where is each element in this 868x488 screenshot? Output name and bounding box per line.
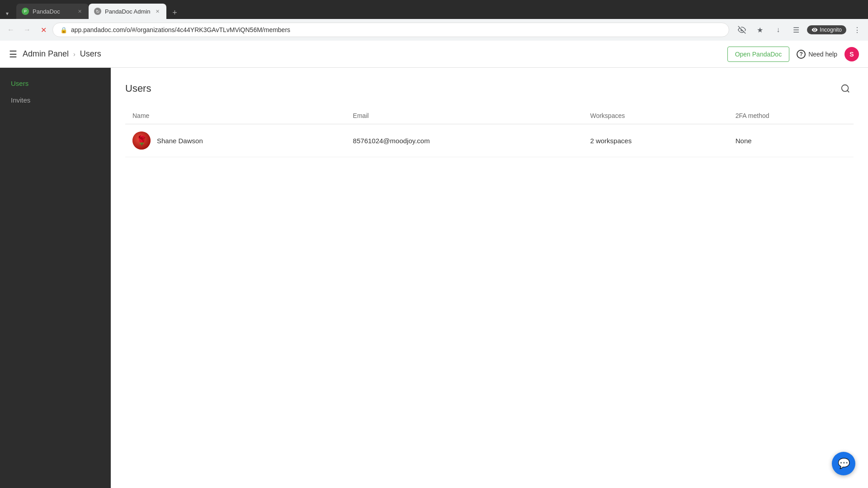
content-area: Users Name Email Workspaces 2FA method (111, 68, 868, 488)
tab-pandadoc-admin[interactable]: ↻ PandaDoc Admin ✕ (89, 4, 166, 19)
more-button[interactable]: ⋮ (850, 23, 864, 37)
tab-pandadoc-admin-close[interactable]: ✕ (154, 8, 161, 15)
sidebarview-button[interactable]: ☰ (789, 23, 803, 37)
user-twofa-cell: None (728, 124, 854, 157)
users-table: Name Email Workspaces 2FA method (125, 108, 854, 157)
user-avatar[interactable]: S (844, 47, 859, 61)
admin-panel-title: Admin Panel (23, 49, 69, 59)
chat-bubble-button[interactable]: 💬 (832, 452, 855, 475)
incognito-badge: Incognito (807, 25, 846, 34)
content-title: Users (125, 83, 151, 94)
sidebar-item-invites[interactable]: Invites (0, 92, 111, 108)
sidebar: Users Invites (0, 68, 111, 488)
sidebar-item-users-label: Users (11, 80, 28, 87)
tab-pandadoc-admin-label: PandaDoc Admin (105, 8, 150, 15)
menu-icon[interactable]: ☰ (9, 49, 17, 60)
tab-pandadoc[interactable]: P PandaDoc ✕ (16, 4, 89, 19)
back-button[interactable]: ← (4, 23, 18, 37)
user-avatar-inner (132, 131, 151, 150)
download-button[interactable]: ↓ (771, 23, 785, 37)
app: ☰ Admin Panel › Users Open PandaDoc ? Ne… (0, 41, 868, 488)
col-workspaces: Workspaces (583, 108, 728, 124)
tab-nav: ▾ (2, 8, 13, 19)
hide-button[interactable] (735, 23, 749, 37)
sidebar-item-invites-label: Invites (11, 96, 30, 104)
col-twofa: 2FA method (728, 108, 854, 124)
top-nav-actions: Open PandaDoc ? Need help S (727, 47, 859, 62)
open-pandadoc-button[interactable]: Open PandaDoc (727, 47, 790, 62)
toolbar-actions: ★ ↓ ☰ Incognito ⋮ (735, 23, 864, 37)
breadcrumb-current: Users (80, 49, 101, 59)
content-header: Users (125, 80, 854, 97)
table-header: Name Email Workspaces 2FA method (125, 108, 854, 124)
forward-button[interactable]: → (20, 23, 34, 37)
sidebar-item-users[interactable]: Users (0, 75, 111, 92)
user-email-cell: 85761024@moodjoy.com (346, 124, 583, 157)
user-info: Shane Dawson (132, 131, 339, 150)
chat-bubble-icon: 💬 (838, 458, 850, 469)
main-layout: Users Invites Users Name Ema (0, 68, 868, 488)
help-label: Need help (808, 51, 837, 58)
tab-pandadoc-label: PandaDoc (33, 8, 60, 15)
pandadoc-admin-tab-icon: ↻ (94, 8, 101, 15)
help-button[interactable]: ? Need help (797, 50, 837, 59)
user-workspaces-cell: 2 workspaces (583, 124, 728, 157)
tab-list-button[interactable]: ▾ (2, 8, 13, 19)
new-tab-button[interactable]: + (168, 6, 181, 19)
address-bar[interactable]: 🔒 app.pandadoc.com/o/#/organizations/4c4… (52, 23, 729, 37)
incognito-label: Incognito (820, 27, 842, 33)
reload-button[interactable]: ✕ (36, 23, 51, 37)
help-icon: ? (797, 50, 806, 59)
search-button[interactable] (837, 80, 854, 97)
col-name: Name (125, 108, 346, 124)
bookmark-button[interactable]: ★ (753, 23, 767, 37)
browser-chrome: ▾ P PandaDoc ✕ ↻ PandaDoc Admin ✕ + ← → … (0, 0, 868, 41)
lock-icon: 🔒 (60, 27, 67, 33)
user-name-cell: Shane Dawson (125, 124, 346, 157)
tab-bar: ▾ P PandaDoc ✕ ↻ PandaDoc Admin ✕ + (0, 0, 868, 19)
tab-pandadoc-close[interactable]: ✕ (76, 8, 83, 15)
browser-toolbar: ← → ✕ 🔒 app.pandadoc.com/o/#/organizatio… (0, 19, 868, 41)
col-email: Email (346, 108, 583, 124)
table-body: Shane Dawson 85761024@moodjoy.com 2 work… (125, 124, 854, 157)
svg-point-0 (842, 85, 849, 92)
url-text: app.pandadoc.com/o/#/organizations/4c44Y… (71, 26, 290, 33)
top-nav: ☰ Admin Panel › Users Open PandaDoc ? Ne… (0, 41, 868, 68)
pandadoc-tab-icon: P (22, 8, 29, 15)
user-name: Shane Dawson (157, 137, 203, 145)
breadcrumb-separator: › (73, 51, 75, 58)
user-avatar-small (132, 131, 151, 150)
table-row[interactable]: Shane Dawson 85761024@moodjoy.com 2 work… (125, 124, 854, 157)
